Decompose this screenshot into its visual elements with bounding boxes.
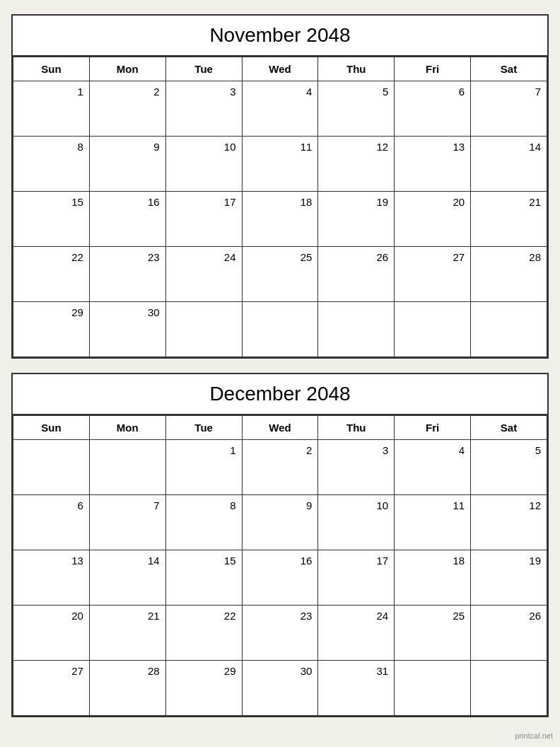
table-row: 26 bbox=[318, 247, 395, 302]
table-row: 7 bbox=[471, 81, 547, 137]
december-title: December 2048 bbox=[13, 374, 547, 415]
table-row: 18 bbox=[395, 550, 471, 606]
table-row: 1 bbox=[13, 81, 90, 137]
dec-header-fri: Fri bbox=[395, 416, 471, 440]
nov-header-sun: Sun bbox=[13, 57, 90, 81]
table-row: 24 bbox=[318, 606, 395, 661]
table-row: 25 bbox=[395, 606, 471, 661]
watermark: printcal.net bbox=[515, 731, 553, 740]
nov-header-sat: Sat bbox=[471, 57, 547, 81]
table-row: 17 bbox=[318, 550, 395, 606]
table-row bbox=[471, 302, 547, 357]
nov-week-3: 15 16 17 18 19 20 21 bbox=[13, 192, 547, 247]
table-row: 29 bbox=[165, 661, 242, 716]
table-row bbox=[395, 302, 471, 357]
dec-week-1: 1 2 3 4 5 bbox=[13, 440, 547, 495]
table-row bbox=[89, 440, 165, 495]
table-row: 31 bbox=[318, 661, 395, 716]
dec-header-sat: Sat bbox=[471, 416, 547, 440]
table-row: 7 bbox=[89, 495, 165, 550]
table-row: 10 bbox=[165, 137, 242, 192]
table-row: 9 bbox=[89, 137, 165, 192]
table-row: 18 bbox=[242, 192, 318, 247]
december-calendar: December 2048 Sun Mon Tue Wed Thu Fri Sa… bbox=[11, 373, 549, 717]
table-row: 27 bbox=[13, 661, 90, 716]
table-row: 14 bbox=[471, 137, 547, 192]
dec-week-2: 6 7 8 9 10 11 12 bbox=[13, 495, 547, 550]
table-row: 25 bbox=[242, 247, 318, 302]
dec-header-thu: Thu bbox=[318, 416, 395, 440]
dec-week-4: 20 21 22 23 24 25 26 bbox=[13, 606, 547, 661]
table-row: 4 bbox=[395, 440, 471, 495]
table-row: 2 bbox=[242, 440, 318, 495]
table-row: 20 bbox=[13, 606, 90, 661]
table-row: 16 bbox=[242, 550, 318, 606]
dec-week-3: 13 14 15 16 17 18 19 bbox=[13, 550, 547, 606]
table-row: 21 bbox=[89, 606, 165, 661]
table-row: 9 bbox=[242, 495, 318, 550]
november-grid: Sun Mon Tue Wed Thu Fri Sat 1 2 3 4 5 6 … bbox=[13, 57, 547, 357]
dec-week-5: 27 28 29 30 31 bbox=[13, 661, 547, 716]
table-row: 23 bbox=[242, 606, 318, 661]
table-row: 23 bbox=[89, 247, 165, 302]
table-row: 17 bbox=[165, 192, 242, 247]
table-row: 1 bbox=[165, 440, 242, 495]
nov-header-fri: Fri bbox=[395, 57, 471, 81]
table-row: 22 bbox=[13, 247, 90, 302]
table-row: 11 bbox=[242, 137, 318, 192]
table-row bbox=[242, 302, 318, 357]
table-row: 3 bbox=[165, 81, 242, 137]
table-row: 26 bbox=[471, 606, 547, 661]
table-row: 15 bbox=[165, 550, 242, 606]
table-row: 4 bbox=[242, 81, 318, 137]
table-row: 19 bbox=[471, 550, 547, 606]
table-row: 6 bbox=[13, 495, 90, 550]
nov-week-5: 29 30 bbox=[13, 302, 547, 357]
table-row: 28 bbox=[471, 247, 547, 302]
table-row bbox=[165, 302, 242, 357]
table-row: 13 bbox=[13, 550, 90, 606]
nov-header-wed: Wed bbox=[242, 57, 318, 81]
table-row bbox=[395, 661, 471, 716]
table-row: 15 bbox=[13, 192, 90, 247]
table-row: 8 bbox=[165, 495, 242, 550]
table-row: 21 bbox=[471, 192, 547, 247]
table-row: 11 bbox=[395, 495, 471, 550]
table-row: 10 bbox=[318, 495, 395, 550]
dec-header-wed: Wed bbox=[242, 416, 318, 440]
table-row: 12 bbox=[318, 137, 395, 192]
table-row: 19 bbox=[318, 192, 395, 247]
table-row: 24 bbox=[165, 247, 242, 302]
table-row: 6 bbox=[395, 81, 471, 137]
nov-header-thu: Thu bbox=[318, 57, 395, 81]
table-row: 8 bbox=[13, 137, 90, 192]
table-row: 5 bbox=[471, 440, 547, 495]
dec-header-mon: Mon bbox=[89, 416, 165, 440]
table-row: 22 bbox=[165, 606, 242, 661]
table-row: 30 bbox=[89, 302, 165, 357]
table-row: 13 bbox=[395, 137, 471, 192]
nov-week-2: 8 9 10 11 12 13 14 bbox=[13, 137, 547, 192]
table-row: 2 bbox=[89, 81, 165, 137]
table-row bbox=[471, 661, 547, 716]
nov-week-4: 22 23 24 25 26 27 28 bbox=[13, 247, 547, 302]
table-row: 27 bbox=[395, 247, 471, 302]
table-row: 12 bbox=[471, 495, 547, 550]
table-row: 16 bbox=[89, 192, 165, 247]
table-row: 20 bbox=[395, 192, 471, 247]
december-grid: Sun Mon Tue Wed Thu Fri Sat 1 2 3 4 5 bbox=[13, 415, 547, 716]
table-row bbox=[13, 440, 90, 495]
table-row bbox=[318, 302, 395, 357]
november-title: November 2048 bbox=[13, 16, 547, 57]
nov-header-tue: Tue bbox=[165, 57, 242, 81]
table-row: 5 bbox=[318, 81, 395, 137]
dec-header-tue: Tue bbox=[165, 416, 242, 440]
november-calendar: November 2048 Sun Mon Tue Wed Thu Fri Sa… bbox=[11, 14, 549, 359]
dec-header-sun: Sun bbox=[13, 416, 90, 440]
nov-week-1: 1 2 3 4 5 6 7 bbox=[13, 81, 547, 137]
table-row: 28 bbox=[89, 661, 165, 716]
table-row: 29 bbox=[13, 302, 90, 357]
table-row: 14 bbox=[89, 550, 165, 606]
table-row: 3 bbox=[318, 440, 395, 495]
table-row: 30 bbox=[242, 661, 318, 716]
